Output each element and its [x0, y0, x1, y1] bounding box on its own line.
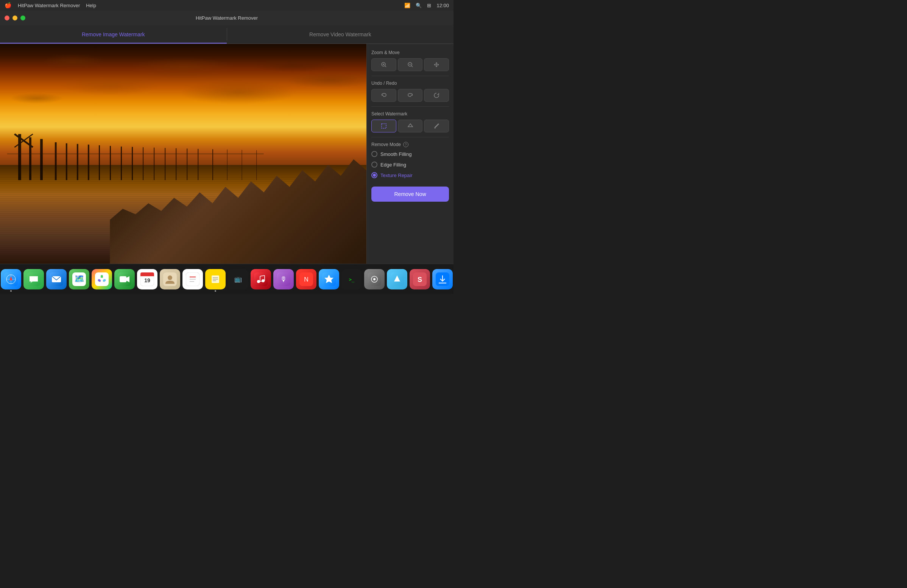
pier-svg [7, 114, 264, 180]
edge-filling-radio[interactable] [371, 161, 377, 168]
zoom-out-button[interactable] [398, 58, 423, 71]
svg-rect-18 [187, 149, 188, 181]
svg-rect-2 [29, 137, 31, 180]
dock-calendar[interactable]: 19 [137, 269, 157, 289]
apple-menu[interactable]: 🍎 [5, 2, 12, 9]
dock-music[interactable] [251, 269, 271, 289]
svg-rect-31 [381, 124, 386, 128]
smooth-filling-label: Smooth Filling [380, 151, 412, 157]
dock-messages[interactable] [24, 269, 44, 289]
app-menu-name[interactable]: HitPaw Watermark Remover [18, 3, 80, 8]
close-button[interactable] [5, 16, 10, 21]
svg-point-87 [257, 280, 260, 283]
image-scene [0, 44, 367, 264]
move-tool-button[interactable] [424, 58, 449, 71]
smooth-filling-radio[interactable] [371, 151, 377, 157]
svg-line-30 [412, 66, 413, 67]
help-menu[interactable]: Help [86, 3, 96, 8]
dock-photos[interactable] [91, 269, 112, 289]
dock-notes-dot [215, 290, 216, 292]
remove-now-button[interactable]: Remove Now [371, 187, 449, 202]
tabbar: Remove Image Watermark Remove Video Wate… [0, 25, 454, 44]
svg-rect-20 [212, 149, 213, 180]
brush-select-button[interactable] [424, 120, 449, 133]
dock-facetime[interactable] [114, 269, 135, 289]
tab-image-watermark[interactable]: Remove Image Watermark [0, 25, 227, 43]
maximize-button[interactable] [21, 16, 26, 21]
svg-line-27 [385, 66, 386, 67]
select-watermark-title: Select Watermark [371, 111, 449, 117]
undo-button[interactable] [371, 89, 396, 102]
canvas-area[interactable] [0, 44, 367, 264]
dock-airdrop[interactable] [387, 269, 407, 289]
svg-text:📺: 📺 [234, 275, 242, 283]
svg-point-62 [101, 275, 103, 278]
right-panel: Zoom & Move [367, 44, 454, 264]
edge-filling-label: Edge Filling [380, 162, 406, 168]
divider-2 [371, 106, 449, 107]
minimize-button[interactable] [13, 16, 18, 21]
svg-rect-23 [256, 150, 257, 180]
control-center-icon[interactable]: ⊞ [427, 3, 431, 8]
dock-podcasts[interactable]: 🎙 [273, 269, 294, 289]
polygon-select-button[interactable] [398, 120, 423, 133]
svg-rect-14 [143, 147, 144, 180]
dock-reminders[interactable] [183, 269, 203, 289]
svg-text:N: N [304, 276, 309, 283]
dock-notes[interactable] [205, 269, 226, 289]
dock-downloader[interactable] [432, 269, 453, 289]
svg-rect-71 [141, 275, 154, 276]
svg-text:>_: >_ [349, 277, 355, 282]
help-icon[interactable]: ? [403, 142, 409, 147]
texture-repair-radio[interactable] [371, 172, 377, 178]
select-watermark-section: Select Watermark [371, 111, 449, 133]
dock: 😊 [0, 264, 454, 294]
dock-appstore[interactable] [319, 269, 339, 289]
undo-redo-section: Undo / Redo [371, 81, 449, 102]
tab-video-watermark[interactable]: Remove Video Watermark [227, 25, 454, 43]
dock-appletv[interactable]: 📺 [228, 269, 248, 289]
edge-filling-option[interactable]: Edge Filling [371, 161, 449, 168]
texture-repair-radio-inner [373, 174, 376, 177]
smooth-filling-option[interactable]: Smooth Filling [371, 150, 449, 158]
svg-text:🗺️: 🗺️ [74, 273, 85, 284]
svg-rect-21 [227, 149, 228, 180]
redo-button[interactable] [398, 89, 423, 102]
zoom-move-title: Zoom & Move [371, 50, 449, 55]
window-controls [5, 16, 26, 21]
zoom-tools [371, 58, 449, 71]
remove-mode-section: Remove Mode ? Smooth Filling Edge Fillin… [371, 142, 449, 179]
svg-text:🎙: 🎙 [280, 275, 287, 283]
remove-mode-title: Remove Mode ? [371, 142, 449, 147]
dock-sysprefs[interactable] [364, 269, 385, 289]
svg-rect-67 [120, 276, 127, 282]
menubar-right: 📶 🔍 ⊞ 12:00 [404, 3, 449, 8]
svg-rect-86 [254, 272, 268, 286]
dock-serpentine[interactable]: S [410, 269, 430, 289]
menubar-left: 🍎 HitPaw Watermark Remover Help [5, 2, 96, 9]
menubar: 🍎 HitPaw Watermark Remover Help 📶 🔍 ⊞ 12… [0, 0, 454, 11]
svg-rect-13 [132, 147, 133, 180]
search-icon[interactable]: 🔍 [416, 3, 422, 8]
svg-text:19: 19 [144, 277, 150, 283]
dock-mail[interactable] [46, 269, 67, 289]
svg-rect-17 [176, 148, 177, 181]
dock-news[interactable]: N [296, 269, 316, 289]
zoom-in-button[interactable] [371, 58, 396, 71]
svg-rect-22 [242, 150, 242, 180]
svg-text:S: S [418, 276, 422, 283]
main-content: Zoom & Move [0, 44, 454, 264]
svg-rect-9 [88, 145, 89, 180]
texture-repair-label: Texture Repair [380, 173, 413, 178]
svg-rect-8 [77, 144, 79, 180]
texture-repair-option[interactable]: Texture Repair [371, 171, 449, 179]
reset-button[interactable] [424, 89, 449, 102]
dock-contacts[interactable] [160, 269, 180, 289]
wifi-icon: 📶 [404, 3, 410, 8]
rect-select-button[interactable] [371, 120, 396, 133]
dock-terminal[interactable]: >_ [341, 269, 362, 289]
dock-safari[interactable] [1, 269, 21, 289]
svg-rect-11 [110, 146, 111, 181]
dock-maps[interactable]: 🗺️ [69, 269, 89, 289]
window-title: HitPaw Watermark Remover [196, 15, 258, 21]
